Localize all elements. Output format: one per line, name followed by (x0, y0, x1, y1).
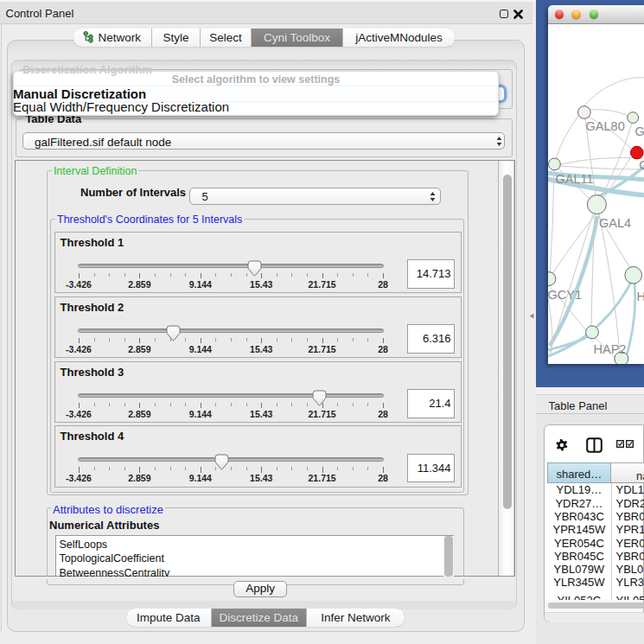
svg-text:C: C (639, 158, 644, 172)
svg-text:GCY1: GCY1 (548, 288, 582, 302)
svg-text:H: H (636, 290, 644, 303)
svg-text:HAP2: HAP2 (593, 342, 626, 356)
svg-text:GAL4: GAL4 (599, 216, 631, 230)
svg-text:GAL11: GAL11 (555, 172, 593, 186)
svg-text:GAL80: GAL80 (585, 119, 624, 133)
svg-text:G.: G. (634, 124, 644, 138)
